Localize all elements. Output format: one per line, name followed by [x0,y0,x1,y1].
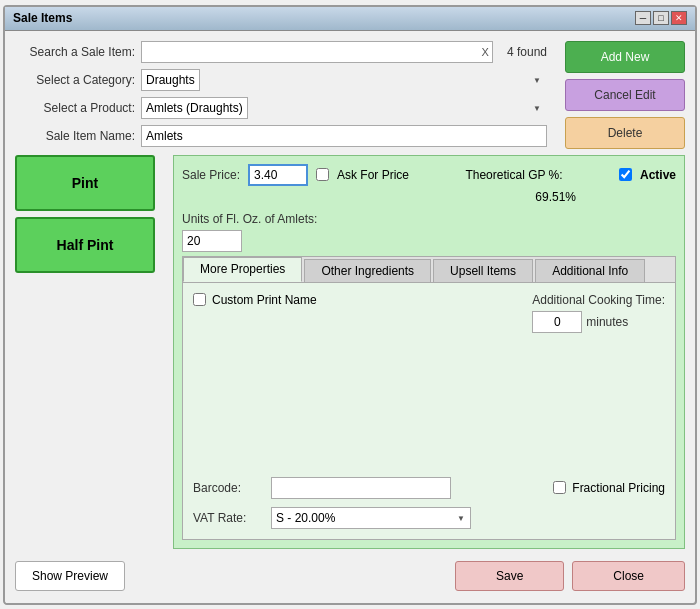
price-section: Sale Price: Ask For Price Theoretical GP… [182,164,676,186]
restore-button[interactable]: □ [653,11,669,25]
theoretical-gp-value: 69.51% [535,190,576,204]
tab-upsell-items[interactable]: Upsell Items [433,259,533,282]
sale-item-name-row: Sale Item Name: [15,125,547,147]
units-label: Units of Fl. Oz. of Amlets: [182,212,317,226]
cancel-edit-button[interactable]: Cancel Edit [565,79,685,111]
close-button[interactable]: Close [572,561,685,591]
product-row: Select a Product: Amlets (Draughts) [15,97,547,119]
units-input-row [182,230,676,252]
cooking-time-label: Additional Cooking Time: [532,293,665,307]
show-preview-button[interactable]: Show Preview [15,561,125,591]
barcode-row: Barcode: [193,477,451,499]
fractional-pricing-label: Fractional Pricing [572,481,665,495]
top-form-area: Search a Sale Item: X 4 found Select a C… [15,41,685,149]
active-checkbox[interactable] [619,168,632,181]
minimize-button[interactable]: ─ [635,11,651,25]
right-buttons: Add New Cancel Edit Delete [565,41,685,149]
theoretical-gp-label: Theoretical GP %: [465,168,562,182]
save-button[interactable]: Save [455,561,564,591]
custom-print-name-label: Custom Print Name [212,293,317,307]
search-label: Search a Sale Item: [15,45,135,59]
found-label: 4 found [507,45,547,59]
search-clear-button[interactable]: X [482,46,489,58]
tab-additional-info[interactable]: Additional Info [535,259,645,282]
category-select-wrap: Draughts [141,69,547,91]
search-input[interactable] [141,41,493,63]
top-form-left: Search a Sale Item: X 4 found Select a C… [15,41,547,149]
save-close-group: Save Close [455,561,685,591]
cooking-time-row: minutes [532,311,628,333]
fractional-pricing-checkbox[interactable] [553,481,566,494]
category-select[interactable]: Draughts [141,69,200,91]
units-input[interactable] [182,230,242,252]
fractional-row: Fractional Pricing [553,481,665,495]
green-panel: Sale Price: Ask For Price Theoretical GP… [173,155,685,549]
active-label: Active [640,168,676,182]
custom-print-name-checkbox[interactable] [193,293,206,306]
sale-item-name-label: Sale Item Name: [15,129,135,143]
vat-rate-select[interactable]: S - 20.00% Z - 0.00% E - 0.00% [271,507,471,529]
window-title: Sale Items [13,11,72,25]
product-label: Select a Product: [15,101,135,115]
cooking-time-section: Additional Cooking Time: minutes [532,293,665,333]
tab-more-properties[interactable]: More Properties [183,257,302,282]
barcode-label: Barcode: [193,481,263,495]
vat-select-wrap: S - 20.00% Z - 0.00% E - 0.00% [271,507,471,529]
sale-price-label: Sale Price: [182,168,240,182]
ask-for-price-label: Ask For Price [337,168,409,182]
main-area: Pint Half Pint Sale Price: Ask For Price… [15,155,685,549]
search-input-wrap: X [141,41,493,63]
top-tab-row: Custom Print Name Additional Cooking Tim… [193,293,665,333]
units-row: Units of Fl. Oz. of Amlets: [182,212,676,226]
window-content: Search a Sale Item: X 4 found Select a C… [5,31,695,603]
barcode-input[interactable] [271,477,451,499]
minutes-label: minutes [586,315,628,329]
main-window: Sale Items ─ □ ✕ Search a Sale Item: X 4… [3,5,697,605]
tabs-header: More Properties Other Ingredients Upsell… [183,257,675,283]
ask-for-price-checkbox[interactable] [316,168,329,181]
delete-button[interactable]: Delete [565,117,685,149]
vat-rate-label: VAT Rate: [193,511,263,525]
cooking-time-input[interactable] [532,311,582,333]
close-window-button[interactable]: ✕ [671,11,687,25]
pint-button[interactable]: Pint [15,155,155,211]
left-side: Pint Half Pint [15,155,165,549]
category-label: Select a Category: [15,73,135,87]
sale-item-name-input[interactable] [141,125,547,147]
tab-content-more-properties: Custom Print Name Additional Cooking Tim… [183,283,675,539]
title-bar-buttons: ─ □ ✕ [635,11,687,25]
add-new-button[interactable]: Add New [565,41,685,73]
custom-print-row: Custom Print Name [193,293,317,307]
product-select-wrap: Amlets (Draughts) [141,97,547,119]
half-pint-button[interactable]: Half Pint [15,217,155,273]
tabs-container: More Properties Other Ingredients Upsell… [182,256,676,540]
category-row: Select a Category: Draughts [15,69,547,91]
product-select[interactable]: Amlets (Draughts) [141,97,248,119]
bottom-buttons: Show Preview Save Close [15,555,685,593]
gp-value-row: 69.51% [182,190,676,204]
sale-price-input[interactable] [248,164,308,186]
barcode-fractional-row: Barcode: Fractional Pricing [193,477,665,499]
title-bar: Sale Items ─ □ ✕ [5,7,695,31]
tab-spacer [193,341,665,469]
tab-other-ingredients[interactable]: Other Ingredients [304,259,431,282]
vat-row: VAT Rate: S - 20.00% Z - 0.00% E - 0.00% [193,507,665,529]
search-row: Search a Sale Item: X 4 found [15,41,547,63]
